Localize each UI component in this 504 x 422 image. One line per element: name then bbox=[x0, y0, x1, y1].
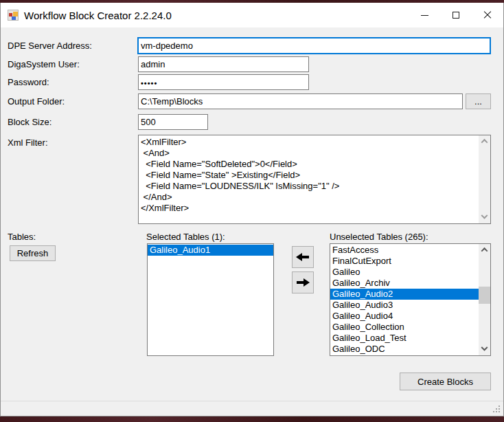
minimize-button[interactable] bbox=[409, 3, 440, 27]
status-strip bbox=[1, 401, 503, 416]
app-icon-blue-square bbox=[12, 16, 16, 20]
create-blocks-button[interactable]: Create Blocks bbox=[400, 373, 491, 390]
desktop-background: Workflow Block Creator 2.2.24.0 DPE Serv… bbox=[0, 0, 504, 422]
scroll-up-button[interactable] bbox=[479, 135, 490, 147]
maximize-icon bbox=[453, 12, 459, 19]
selected-tables-listbox[interactable]: Galileo_Audio1 bbox=[147, 243, 274, 356]
password-label: Password: bbox=[8, 77, 49, 87]
maximize-button[interactable] bbox=[440, 3, 472, 27]
unselected-tables-scrollbar[interactable] bbox=[479, 244, 490, 355]
xml-filter-content: <XmlFilter> <And> <Field Name="SoftDelet… bbox=[141, 137, 477, 222]
window-title: Workflow Block Creator 2.2.24.0 bbox=[24, 10, 172, 21]
chevron-up-icon bbox=[481, 139, 488, 146]
close-icon bbox=[483, 11, 492, 19]
move-to-selected-button[interactable] bbox=[292, 246, 314, 268]
close-button[interactable] bbox=[472, 3, 503, 27]
block-size-label: Block Size: bbox=[8, 117, 51, 127]
block-size-input[interactable] bbox=[138, 114, 208, 130]
caption-buttons bbox=[409, 3, 503, 27]
diga-user-input[interactable] bbox=[138, 56, 309, 72]
selected-tables-label: Selected Tables (1): bbox=[146, 232, 225, 242]
unselected-tables-listbox[interactable]: FastAccessFinalCutExportGalileoGalileo_A… bbox=[330, 243, 491, 356]
dpe-server-label: DPE Server Address: bbox=[8, 41, 92, 51]
password-input[interactable] bbox=[138, 74, 309, 90]
output-folder-input[interactable] bbox=[138, 93, 463, 109]
list-item[interactable]: Galileo bbox=[330, 267, 479, 278]
xml-filter-label: Xml Filter: bbox=[8, 137, 48, 148]
arrow-right-icon bbox=[296, 278, 310, 287]
app-icon bbox=[8, 10, 19, 21]
tables-label: Tables: bbox=[8, 232, 36, 242]
chevron-up-icon bbox=[481, 247, 488, 254]
output-folder-label: Output Folder: bbox=[8, 96, 65, 107]
list-item[interactable]: Galileo_Audio2 bbox=[330, 289, 479, 300]
arrow-left-icon bbox=[296, 253, 310, 261]
list-item[interactable]: FinalCutExport bbox=[330, 256, 479, 267]
chevron-down-icon bbox=[481, 212, 488, 219]
chevron-down-icon bbox=[481, 344, 488, 351]
scroll-down-button[interactable] bbox=[479, 344, 490, 355]
selected-tables-items: Galileo_Audio1 bbox=[148, 245, 273, 355]
list-item[interactable]: Galileo_Load_Test bbox=[330, 333, 479, 344]
form-client-area: DPE Server Address: DigaSystem User: Pas… bbox=[1, 27, 503, 416]
unselected-tables-label: Unselected Tables (265): bbox=[330, 232, 428, 242]
browse-output-folder-button[interactable]: ... bbox=[466, 93, 491, 109]
dpe-server-input[interactable] bbox=[137, 37, 491, 54]
minimize-icon bbox=[421, 15, 428, 16]
unselected-tables-items: FastAccessFinalCutExportGalileoGalileo_A… bbox=[330, 245, 479, 355]
resize-grip[interactable] bbox=[499, 411, 500, 412]
xml-filter-scrollbar[interactable] bbox=[479, 135, 490, 223]
xml-filter-textbox[interactable]: <XmlFilter> <And> <Field Name="SoftDelet… bbox=[138, 135, 491, 224]
diga-user-label: DigaSystem User: bbox=[8, 59, 80, 69]
list-item[interactable]: Galileo_Audio4 bbox=[330, 311, 479, 322]
app-window: Workflow Block Creator 2.2.24.0 DPE Serv… bbox=[0, 3, 504, 417]
scroll-up-button[interactable] bbox=[479, 244, 490, 256]
list-item[interactable]: Galileo_Archiv bbox=[330, 278, 479, 289]
scroll-down-button[interactable] bbox=[479, 212, 490, 223]
list-item[interactable]: Galileo_Audio3 bbox=[330, 300, 479, 311]
move-to-unselected-button[interactable] bbox=[292, 271, 314, 293]
list-item[interactable]: Galileo_ODC bbox=[330, 344, 479, 355]
list-item[interactable]: FastAccess bbox=[330, 245, 479, 256]
list-item[interactable]: Galileo_Audio1 bbox=[148, 245, 273, 256]
app-icon-yellow-square bbox=[13, 12, 18, 16]
refresh-button[interactable]: Refresh bbox=[10, 245, 56, 261]
titlebar: Workflow Block Creator 2.2.24.0 bbox=[1, 3, 503, 27]
scrollbar-thumb[interactable] bbox=[479, 287, 490, 304]
list-item[interactable]: Galileo_Collection bbox=[330, 322, 479, 333]
